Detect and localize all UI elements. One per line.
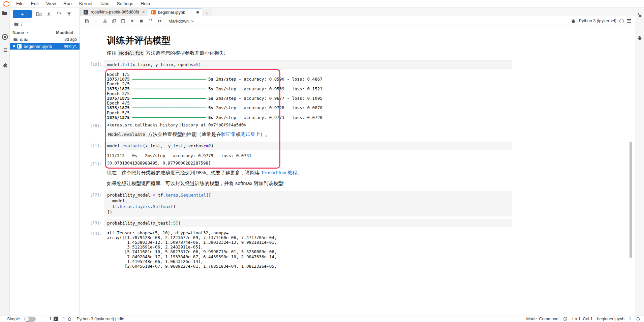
trust-shield-icon[interactable] [563,317,568,322]
cell-code-body[interactable]: model.evaluate(x_test, y_test, verbose=2… [104,142,512,150]
cell-prompt: [10]: [83,122,102,128]
column-divider[interactable] [53,30,53,35]
running-kernels-icon[interactable] [2,34,8,40]
kernel-count: 1 [63,317,65,321]
cell-prompt [83,168,102,170]
menu-item-view[interactable]: View [42,0,60,8]
filter-icon[interactable] [66,11,72,17]
column-modified[interactable]: Modified [56,30,77,35]
menu-item-tabs[interactable]: Tabs [96,0,113,8]
jupyter-logo-icon [2,1,10,7]
cell-code-body[interactable]: model.fit(x_train, y_train, epochs=5) [104,60,512,69]
bell-icon[interactable] [636,317,641,322]
cell-stream-body: Epoch 1/51875/1875 ━━━━━━━━━━━━━━━━━━━━━… [104,71,325,121]
notebook-icon [17,44,22,49]
text-run: 5s [208,105,213,110]
column-name[interactable]: Name▲ [12,30,53,35]
cell-prompt: [11]: [83,160,102,166]
cell-result-body: <tf.Tensor: shape=(5, 10), dtype=float32… [104,230,279,270]
terminal-icon[interactable]: $_ [54,317,58,321]
kernel-status-text[interactable]: Python 3 (ipykernel) | Idle [76,317,124,321]
md-link[interactable]: 验证集 [221,131,236,137]
text-run [206,115,209,120]
debugger-panel-icon[interactable] [636,34,643,41]
breadcrumb-root[interactable]: / [21,22,23,27]
text-run: model. [107,62,122,67]
terminal-count: 1 [49,317,52,321]
kernel-name[interactable]: Python 3 (ipykernel) [579,19,616,23]
text-run: Model.evaluate [107,131,147,137]
file-row-data[interactable]: data 8d ago [10,36,80,43]
text-run: ]) [176,221,181,226]
refresh-icon[interactable] [56,11,62,17]
restart-kernel-icon[interactable] [146,17,155,25]
new-folder-icon[interactable] [36,11,42,17]
simple-mode-toggle[interactable] [24,317,36,322]
cell-prompt: [10]: [83,60,102,67]
toolbar-menu-icon[interactable] [627,19,631,23]
tab-notebook[interactable]: beginner.ipynb [148,8,202,16]
tab-label: beginner.ipynb [158,10,185,15]
notebook-icon [151,10,156,14]
kernel-sessions-icon[interactable] [67,317,72,322]
file-modified: 8d ago [58,37,77,42]
cell-prompt [83,31,102,33]
file-browser-icon[interactable] [2,10,8,16]
menu-item-file[interactable]: File [12,0,27,8]
run-cell-icon[interactable] [128,17,136,25]
breadcrumb[interactable]: / [10,20,80,29]
text-run: array([[1.7879428e-08, 2.1223672e-09, 7.… [107,235,277,240]
text-run: 方法调整您的模型参数并最小化损失: [144,50,225,56]
cell-code: [13]:probability_model(x_test[:5]) [83,219,635,227]
cell-prompt: [12]: [83,191,102,197]
text-run: = [206,143,209,148]
menu-item-help[interactable]: Help [137,0,154,8]
tab-terminal[interactable]: $_ root@ins-psbbk-965d88fd × [80,8,148,16]
cell-stream: Epoch 1/51875/1875 ━━━━━━━━━━━━━━━━━━━━━… [83,71,635,121]
text-run: 2ms/step - accuracy: 0.9773 - loss: 0.07… [213,115,323,120]
upload-icon[interactable] [46,11,52,17]
text-run [206,86,209,91]
extension-manager-icon[interactable] [2,62,8,68]
unsaved-dot-icon [196,11,199,13]
text-run: Epoch 2/5 [107,81,130,86]
stop-kernel-icon[interactable] [137,17,146,25]
new-tab-button[interactable]: + [202,9,212,16]
cell-type-dropdown[interactable]: Markdown [168,19,194,24]
add-cell-icon[interactable]: + [92,17,100,25]
mode-indicator[interactable]: Mode: Command [526,317,558,321]
active-filename[interactable]: beginner.ipynb [597,317,624,321]
text-run: 上）。 [255,131,270,137]
save-icon[interactable] [83,17,91,25]
menu-item-kernel[interactable]: Kernel [75,0,96,8]
cell-code-body[interactable]: probability_model(x_test[:5]) [104,219,512,227]
text-run: evaluate [122,143,143,148]
cell-prompt [83,179,102,180]
md-link[interactable]: TensorFlow 教程 [261,170,297,175]
cell-md-body: 如果您想让模型返回概率，可以封装经过训练的模型，并将 softmax 附加到该模… [104,179,287,188]
cursor-position[interactable]: Ln 1, Col 1 [572,317,592,321]
folder-icon [13,37,18,42]
kernel-status-icon[interactable] [619,19,624,23]
restart-run-all-icon[interactable] [155,17,164,25]
cut-cell-icon[interactable] [101,17,109,25]
file-browser-toolbar: + [10,8,80,20]
new-launcher-button[interactable]: + [13,10,32,18]
menu-item-run[interactable]: Run [60,0,75,8]
text-run: ]) [107,210,112,215]
debugger-icon[interactable] [571,19,576,24]
cell-code-body[interactable]: probability_model = tf.keras.Sequential(… [104,191,512,216]
file-modified: next yr. [58,44,77,49]
close-icon[interactable]: × [142,9,145,14]
menu-item-edit[interactable]: Edit [27,0,42,8]
table-of-contents-icon[interactable] [2,47,8,53]
text-run: 如果您想让模型返回概率，可以封装经过训练的模型，并将 softmax 附加到该模… [107,181,284,186]
text-run: <tf.Tensor: shape=(5, 10), dtype=float32… [107,230,228,235]
menu-item-settings[interactable]: Settings [113,0,137,8]
file-row-notebook[interactable]: beginner.ipynb next yr. [10,43,80,50]
md-link[interactable]: 测试集 [241,131,255,137]
property-inspector-icon[interactable] [636,12,643,19]
copy-cell-icon[interactable] [110,17,118,25]
paste-cell-icon[interactable] [119,17,127,25]
text-run: (x_train, y_train, epochs [130,62,193,67]
